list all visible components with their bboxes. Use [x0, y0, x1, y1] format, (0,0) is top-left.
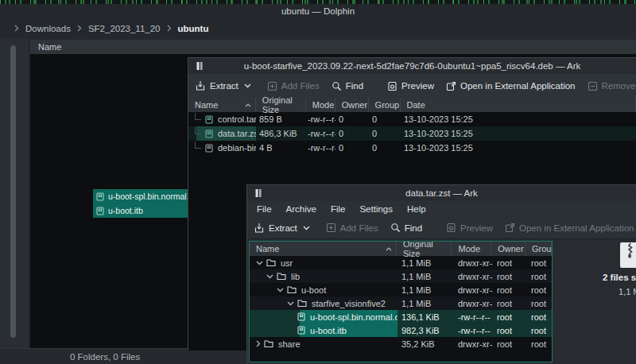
- tree-row-u-boot[interactable]: u-boot1,1 MiBdrwxr-xr-xrootroot: [250, 283, 552, 296]
- desktop: ubuntu — Dolphin DownloadsSF2_2023_11_20…: [0, 0, 636, 364]
- find-button[interactable]: Find: [390, 223, 422, 233]
- table-cell: 35,2 KiB: [398, 339, 453, 349]
- add-files-icon: [267, 81, 277, 91]
- archive-row-data.tar.zst[interactable]: data.tar.zst486,3 KiB-rw-r--r--0013-10-2…: [188, 126, 636, 141]
- tree-row-u-boot-spl.bin.normal.out[interactable]: u-boot-spl.bin.normal.out136,1 KiB-rw-r-…: [250, 310, 552, 323]
- file-name-label: u-boot.itb: [310, 326, 347, 335]
- open-in-external-application-button[interactable]: Open in External Application: [446, 81, 575, 91]
- tree-row-share[interactable]: share35,2 KiBdrwxr-xr-xrootroot: [250, 337, 552, 350]
- table-cell: 13-10-2023 15:25: [401, 143, 636, 153]
- add-files-button: Add Files: [326, 223, 378, 233]
- chevron-right-icon: [167, 25, 172, 32]
- column-header-label: Mode: [312, 100, 335, 110]
- folder-icon: [277, 272, 286, 281]
- tree-row-usr[interactable]: usr1,1 MiBdrwxr-xr-xrootroot: [250, 256, 552, 269]
- table-cell: 1,1 MiB: [398, 285, 453, 295]
- column-header-date[interactable]: Date: [401, 98, 636, 112]
- name-cell: u-boot-spl.bin.normal.out: [250, 310, 398, 323]
- chevron-right-icon: [77, 25, 82, 32]
- ark-data-tree-table[interactable]: NameOriginal SizeModeOwnerGroup usr1,1 M…: [249, 241, 553, 362]
- archive-row-debian-binary[interactable]: debian-binary4 B-rw-r--r--0013-10-2023 1…: [188, 141, 636, 155]
- expander-open-icon[interactable]: [277, 288, 284, 292]
- ark-data-table-header[interactable]: NameOriginal SizeModeOwnerGroup: [250, 242, 552, 256]
- ark-data-content: NameOriginal SizeModeOwnerGroup usr1,1 M…: [247, 239, 636, 364]
- tree-row-lib[interactable]: lib1,1 MiBdrwxr-xr-xrootroot: [250, 269, 552, 283]
- column-header-name[interactable]: Name: [250, 242, 397, 256]
- ark-data-window: data.tar.zst — Ark FileArchiveFileSettin…: [246, 184, 636, 364]
- remove-icon: [588, 81, 598, 91]
- menu-archive[interactable]: Archive: [286, 204, 316, 214]
- dolphin-column-header[interactable]: Name: [30, 40, 636, 54]
- table-cell: drwxr-xr-x: [453, 299, 493, 308]
- file-icon: [205, 144, 213, 153]
- column-header-group[interactable]: Group: [369, 98, 401, 112]
- name-column-label: Name: [38, 42, 61, 52]
- dragged-file-item[interactable]: u-boot.itb: [93, 203, 189, 218]
- column-header-original-size[interactable]: Original Size: [256, 98, 306, 112]
- column-header-label: Date: [407, 100, 425, 110]
- tree-row-starfive_visionfive2[interactable]: starfive_visionfive21,1 MiBdrwxr-xr-xroo…: [250, 296, 552, 310]
- column-header-mode[interactable]: Mode: [306, 98, 335, 112]
- ark-deb-titlebar[interactable]: u-boot-starfive_2023.09.22-next-5d2fae79…: [188, 58, 636, 74]
- column-header-label: Group: [375, 100, 400, 110]
- menu-file[interactable]: File: [331, 204, 346, 214]
- find-button[interactable]: Find: [332, 81, 363, 91]
- column-header-owner[interactable]: Owner: [491, 242, 525, 256]
- extract-button[interactable]: Extract: [195, 80, 255, 91]
- column-header-label: Group: [532, 244, 553, 254]
- folder-icon: [264, 339, 273, 348]
- table-cell: -rw-r--r--: [306, 114, 335, 124]
- archive-info-panel: 2 files selected 1,1 MiB: [554, 239, 636, 364]
- places-scrollbar[interactable]: [10, 45, 16, 338]
- table-cell: root: [527, 312, 553, 322]
- breadcrumb-item-downloads[interactable]: Downloads: [25, 24, 71, 33]
- column-header-name[interactable]: Name: [188, 98, 256, 112]
- menu-file[interactable]: File: [257, 204, 272, 214]
- dragged-file-item[interactable]: u-boot-spl.bin.normal.out: [93, 189, 189, 203]
- expander-open-icon[interactable]: [266, 274, 273, 279]
- ark-deb-table-header[interactable]: NameOriginal SizeModeOwnerGroupDate: [188, 98, 636, 112]
- ark-data-table-body: usr1,1 MiBdrwxr-xr-xrootrootlib1,1 MiBdr…: [250, 256, 552, 350]
- preview-button[interactable]: Preview: [387, 81, 434, 91]
- table-cell: 0: [335, 143, 369, 153]
- column-header-group[interactable]: Group: [525, 242, 552, 256]
- table-cell: root: [527, 272, 553, 281]
- tree-row-u-boot.itb[interactable]: u-boot.itb982,3 KiB-rw-r--r--rootroot: [250, 323, 552, 337]
- dolphin-titlebar[interactable]: ubuntu — Dolphin: [0, 4, 636, 18]
- expander-open-icon[interactable]: [256, 261, 263, 265]
- preview-icon: [387, 81, 398, 91]
- extract-button[interactable]: Extract: [254, 223, 314, 234]
- column-header-original-size[interactable]: Original Size: [397, 242, 452, 256]
- breadcrumb-item-sf2_2023_11_20[interactable]: SF2_2023_11_20: [88, 24, 161, 33]
- column-header-label: Original Size: [403, 241, 452, 258]
- breadcrumb-item-ubuntu[interactable]: ubuntu: [178, 24, 209, 33]
- name-cell: debian-binary: [188, 141, 256, 155]
- selection-highlight: [300, 337, 398, 350]
- column-header-owner[interactable]: Owner: [335, 98, 369, 112]
- expander-closed-icon[interactable]: [256, 340, 261, 347]
- dolphin-dragged-selection[interactable]: u-boot-spl.bin.normal.outu-boot.itb: [93, 189, 189, 218]
- table-cell: root: [527, 285, 553, 295]
- menu-settings[interactable]: Settings: [359, 204, 393, 214]
- name-cell: control.tar.zst: [188, 112, 256, 126]
- toolbar-button-label: Find: [346, 81, 363, 91]
- selection-size-label: 1,1 MiB: [619, 287, 636, 296]
- table-cell: -rw-r--r--: [453, 312, 493, 322]
- ark-app-icon: [195, 61, 204, 71]
- column-header-mode[interactable]: Mode: [452, 242, 491, 256]
- file-name-label: debian-binary: [218, 143, 256, 153]
- toolbar-button-label: Open in External Application: [519, 223, 634, 233]
- expander-open-icon[interactable]: [287, 301, 294, 306]
- table-cell: 0: [369, 129, 401, 138]
- preview-icon: [446, 223, 456, 233]
- toolbar-button-label: Extract: [269, 223, 297, 233]
- archive-file-icon: [205, 115, 213, 124]
- chevron-down-icon[interactable]: [244, 83, 251, 88]
- ark-data-titlebar[interactable]: data.tar.zst — Ark: [247, 185, 636, 201]
- selection-highlight: [300, 256, 398, 269]
- chevron-down-icon[interactable]: [303, 226, 310, 230]
- zip-archive-icon: [619, 242, 636, 268]
- menu-help[interactable]: Help: [407, 204, 426, 214]
- archive-row-control.tar.zst[interactable]: control.tar.zst859 B-rw-r--r--0013-10-20…: [188, 112, 636, 126]
- table-cell: 486,3 KiB: [256, 129, 306, 138]
